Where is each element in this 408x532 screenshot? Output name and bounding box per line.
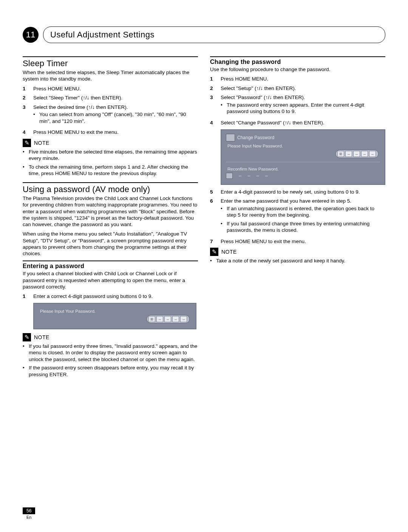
manual-page: 11 Useful Adjustment Settings Sleep Time… — [0, 0, 408, 532]
language-code: En — [26, 515, 35, 520]
entering-password-heading: Entering a password — [23, 263, 198, 270]
chapter-header: 11 Useful Adjustment Settings — [23, 26, 385, 43]
digit-slot: – — [172, 316, 179, 322]
osd-prompt: Please Input Your Password. — [40, 309, 96, 313]
step-text: Press HOME MENU to exit the menu. — [221, 238, 385, 245]
digit-slot: – — [239, 173, 241, 178]
note-header: ✎ NOTE — [210, 248, 385, 256]
entering-password-steps: 1Enter a correct 4-digit password using … — [23, 293, 198, 300]
divider — [23, 182, 198, 183]
sub-step: The password entry screen appears. Enter… — [227, 102, 385, 115]
changing-password-steps-cont: 5Enter a 4-digit password to be newly se… — [210, 189, 385, 245]
pencil-icon: ✎ — [23, 139, 31, 147]
right-column: Changing the password Use the following … — [210, 56, 385, 380]
pencil-icon: ✎ — [23, 333, 31, 341]
note-header: ✎ NOTE — [23, 333, 198, 341]
digit-slot: – — [256, 173, 259, 178]
note-item: Five minutes before the selected time el… — [29, 149, 198, 162]
osd-window-icon — [226, 134, 235, 141]
step-text: Select "Change Password" (↑/↓ then ENTER… — [221, 119, 385, 126]
divider — [23, 261, 198, 261]
digit-slot: – — [361, 151, 368, 157]
digit-slot: – — [156, 316, 163, 322]
password-dash-row: – – – – — [226, 173, 374, 179]
page-number: 56 — [23, 507, 35, 514]
osd-prompt-reconfirm: Reconfirm New Password. — [227, 167, 380, 171]
chapter-title: Useful Adjustment Settings — [43, 26, 385, 43]
digit-slot: – — [247, 173, 250, 178]
entering-password-intro: If you select a channel blocked with Chi… — [23, 270, 198, 290]
keypad-icon — [226, 173, 233, 179]
digit-slot: – — [265, 173, 268, 178]
step-text: Select "Password" (↑/↓ then ENTER). The … — [221, 94, 385, 117]
digit-slot: – — [369, 151, 376, 157]
step-text: Enter a correct 4-digit password using b… — [33, 293, 198, 300]
step-text: Press HOME MENU. — [221, 76, 385, 82]
enter-notes: If you fail password entry three times, … — [23, 343, 198, 378]
change-notes: Take a note of the newly set password an… — [210, 257, 385, 264]
step-text: Press HOME MENU to exit the menu. — [33, 129, 198, 136]
sleep-notes: Five minutes before the selected time el… — [23, 149, 198, 177]
password-input-pill: ⊞ – – – – — [147, 315, 190, 323]
password-intro-2: When using the Home menu you select "Aut… — [23, 231, 198, 257]
password-heading: Using a password (AV mode only) — [23, 185, 198, 194]
step-text: Press HOME MENU. — [33, 85, 198, 92]
digit-slot: – — [180, 316, 187, 322]
keypad-icon: ⊞ — [148, 316, 155, 322]
note-label: NOTE — [34, 140, 49, 146]
pencil-icon: ✎ — [210, 248, 218, 256]
divider — [210, 56, 385, 57]
divider — [23, 56, 198, 57]
sub-step: If an unmatching password is entered, th… — [227, 205, 385, 219]
changing-password-heading: Changing the password — [210, 59, 385, 65]
step-text: Enter the same password that you have en… — [221, 198, 385, 236]
sleep-timer-heading: Sleep Timer — [23, 59, 198, 68]
note-header: ✎ NOTE — [23, 139, 198, 147]
step-text: Select "Sleep Timer" (↑/↓ then ENTER). — [33, 95, 198, 101]
note-item: Take a note of the newly set password an… — [216, 257, 345, 264]
osd-prompt-new: Please Input New Password. — [227, 144, 380, 148]
password-input-pill: ⊞ – – – – — [335, 150, 379, 158]
osd-title: Change Password — [237, 135, 274, 140]
digit-slot: – — [345, 151, 352, 157]
step-text: Select the desired time (↑/↓ then ENTER)… — [33, 104, 198, 127]
note-item: To check the remaining time, perform ste… — [29, 164, 198, 177]
left-column: Sleep Timer When the selected time elaps… — [23, 56, 198, 380]
step-text: Select "Setup" (↑/↓ then ENTER). — [221, 85, 385, 92]
sleep-timer-intro: When the selected time elapses, the Slee… — [23, 69, 198, 82]
sub-step: You can select from among "Off" (cancel)… — [39, 111, 198, 124]
note-item: If you fail password entry three times, … — [29, 343, 198, 363]
page-footer: 56 En — [23, 507, 35, 520]
step-text: Enter a 4-digit password to be newly set… — [221, 189, 385, 195]
sub-step: If you fail password change three times … — [227, 220, 385, 234]
changing-password-intro: Use the following procedure to change th… — [210, 66, 385, 73]
password-intro-1: The Plasma Television provides the Child… — [23, 195, 198, 228]
digit-slot: – — [353, 151, 360, 157]
changing-password-steps: 1Press HOME MENU. 2Select "Setup" (↑/↓ t… — [210, 76, 385, 126]
note-label: NOTE — [221, 249, 237, 255]
digit-slot: – — [164, 316, 171, 322]
keypad-icon: ⊞ — [337, 151, 344, 157]
osd-change-password: Change Password Please Input New Passwor… — [221, 129, 385, 185]
sleep-timer-steps: 1Press HOME MENU. 2Select "Sleep Timer" … — [23, 85, 198, 136]
note-label: NOTE — [34, 334, 49, 340]
osd-enter-password: Please Input Your Password. ⊞ – – – – — [33, 303, 196, 329]
note-item: If the password entry screen disappears … — [29, 364, 198, 378]
chapter-number-badge: 11 — [23, 27, 39, 43]
